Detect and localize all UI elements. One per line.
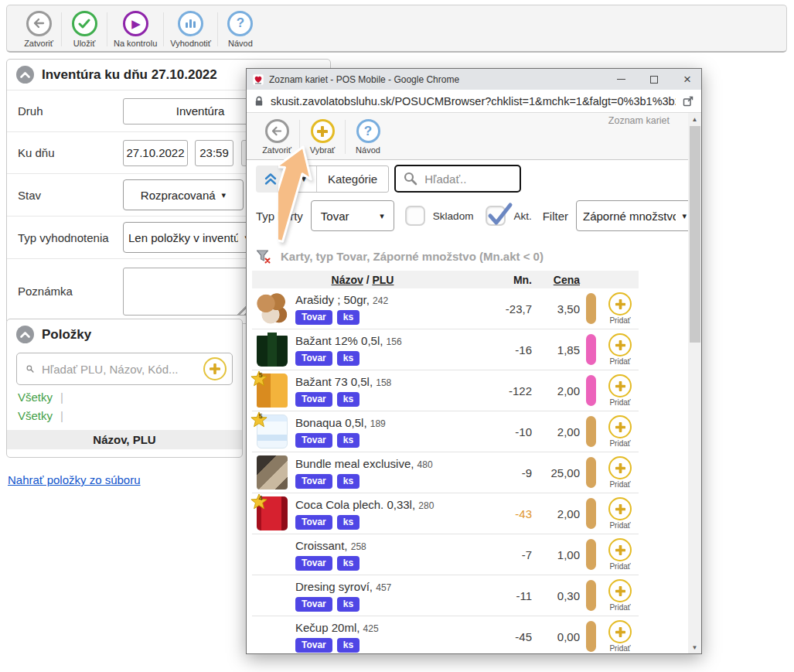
card-row[interactable]: 4 Coca Cola plech. 0,33l, 280 Tovarks -4… — [252, 493, 639, 534]
scrollbar-thumb[interactable] — [690, 126, 700, 343]
card-row[interactable]: Kečup 20ml, 425 Tovarks -45 0,00 Pridať — [252, 616, 639, 653]
product-name: Bonaqua 0,5l — [295, 416, 363, 429]
typ-vyhodnotenia-label: Typ vyhodnotenia — [18, 231, 123, 244]
active-checkbox[interactable] — [486, 206, 506, 226]
card-type-select[interactable]: Tovar ▾ — [311, 200, 394, 231]
filter-select[interactable]: Záporné množstvo ▾ — [576, 200, 693, 231]
minimize-button[interactable] — [607, 69, 635, 90]
product-plu: 480 — [417, 459, 433, 470]
scroll-up-icon[interactable]: ▲ — [688, 113, 701, 125]
popup-search-input[interactable] — [424, 172, 502, 186]
add-card-button[interactable] — [608, 333, 632, 356]
add-card-button[interactable] — [608, 292, 632, 316]
add-cell: Pridať — [601, 415, 639, 448]
add-card-button[interactable] — [608, 538, 632, 561]
badge-ks: ks — [337, 515, 360, 530]
close-button[interactable]: Zatvoriť — [16, 9, 61, 50]
filter-all-link-1[interactable]: Všetky — [18, 391, 53, 404]
card-row[interactable]: Bundle meal exclusive, 480 Tovarks -9 25… — [252, 452, 639, 493]
chevron-down-icon: ▼ — [300, 174, 308, 183]
favicon-icon — [253, 74, 264, 85]
save-button-label: Uložiť — [73, 39, 96, 48]
collapse-filters-button[interactable] — [256, 165, 285, 193]
plus-icon — [210, 363, 220, 374]
check-icon — [486, 202, 513, 227]
star-badge-number: 4 — [252, 494, 269, 502]
upload-items-link[interactable]: Nahrať položky zo súboru — [8, 473, 141, 486]
maximize-button[interactable] — [640, 69, 668, 90]
plus-icon — [615, 586, 625, 596]
back-arrow-icon — [26, 11, 52, 36]
table-header-row: Názov / PLU Mn. Cena — [252, 271, 639, 288]
add-card-button[interactable] — [608, 497, 632, 520]
product-badges: Tovarks — [295, 515, 473, 530]
close-window-button[interactable]: × — [673, 69, 701, 90]
card-row[interactable]: Arašidy ; 50gr, 242 Tovarks -23,7 3,50 P… — [252, 288, 639, 329]
to-review-button[interactable]: ▶ Na kontrolu — [107, 9, 163, 50]
price-value: 2,00 — [532, 384, 580, 397]
category-dropdown-button[interactable]: ▼ — [291, 166, 317, 192]
card-row[interactable]: Croissant, 258 Tovarks -7 1,00 Pridať — [252, 534, 639, 575]
product-name: Bažant 73 0,5l — [295, 375, 370, 388]
sort-by-price-link[interactable]: Cena — [554, 274, 580, 286]
maximize-icon — [650, 76, 658, 84]
card-row[interactable]: Dresing syroví, 457 Tovarks -11 0,30 Pri… — [252, 575, 639, 616]
stock-checkbox[interactable] — [405, 206, 425, 226]
scroll-down-icon[interactable]: ▼ — [688, 641, 701, 653]
add-card-button[interactable] — [608, 374, 632, 397]
product-name: Bundle meal exclusive — [295, 457, 411, 470]
cards-table: Názov / PLU Mn. Cena Arašidy ; 50gr, 242… — [252, 271, 639, 653]
evaluate-button[interactable]: Vyhodnotiť — [164, 9, 217, 50]
badge-ks: ks — [337, 474, 360, 489]
product-image — [257, 578, 288, 612]
help-button[interactable]: ? Návod — [218, 9, 263, 50]
sort-by-name-link[interactable]: Názov — [332, 274, 363, 286]
help-button-label: Návod — [228, 39, 253, 48]
popup-address-bar[interactable]: skusit.zavolatobsluhu.sk/POSUCMBrowser?c… — [247, 90, 701, 113]
typ-vyhodnotenia-select[interactable]: Len položky v inventúre ▾ — [123, 222, 254, 253]
date-field[interactable] — [123, 140, 188, 166]
product-image-cell: 5 — [252, 411, 295, 452]
add-card-label: Pridať — [609, 316, 630, 325]
add-cell: Pridať — [601, 620, 639, 653]
quantity-indicator-cell — [580, 580, 601, 611]
open-in-new-icon[interactable] — [683, 96, 693, 107]
select-button[interactable]: Vybrať — [300, 117, 345, 157]
product-plu: 242 — [373, 295, 388, 306]
badge-ks: ks — [337, 638, 360, 653]
collapse-section-icon[interactable] — [16, 326, 34, 343]
time-field[interactable] — [195, 140, 233, 166]
save-button[interactable]: Uložiť — [62, 9, 107, 50]
price-value: 1,00 — [532, 548, 580, 561]
popup-title-bar[interactable]: Zoznam kariet - POS Mobile - Google Chro… — [247, 69, 701, 90]
product-info: Bažant 12% 0,5l, 156 Tovarks — [295, 334, 473, 366]
chevron-down-icon: ▾ — [682, 211, 687, 221]
popup-help-button[interactable]: ? Návod — [346, 117, 390, 157]
add-item-button[interactable] — [203, 357, 227, 380]
price-value: 2,00 — [532, 507, 580, 520]
popup-scrollbar[interactable]: ▲ ▼ — [688, 113, 701, 653]
product-info: Croissant, 258 Tovarks — [295, 539, 473, 571]
add-card-button[interactable] — [608, 620, 632, 643]
add-card-button[interactable] — [608, 415, 632, 438]
category-button[interactable]: Kategórie — [317, 166, 388, 192]
badge-ks: ks — [337, 310, 360, 325]
filter-all-link-2[interactable]: Všetky — [18, 409, 53, 422]
add-card-button[interactable] — [608, 579, 632, 602]
product-image — [257, 455, 288, 490]
items-card: Položky Všetky | Všetky | Názov, PLU — [6, 319, 243, 458]
poznamka-field[interactable] — [123, 268, 251, 316]
popup-close-button[interactable]: Zatvoriť — [254, 117, 299, 157]
card-row[interactable]: 5 Bažant 73 0,5l, 158 Tovarks -122 2,00 … — [252, 370, 639, 411]
items-search-input[interactable] — [42, 363, 196, 376]
card-row[interactable]: Bažant 12% 0,5l, 156 Tovarks -16 1,85 Pr… — [252, 329, 639, 370]
chevron-down-icon: ▾ — [222, 190, 227, 200]
items-column-header: Názov, PLU — [7, 430, 242, 449]
popup-close-label: Zatvoriť — [262, 145, 291, 155]
sort-by-plu-link[interactable]: PLU — [372, 274, 394, 286]
product-plu: 158 — [376, 377, 391, 388]
add-card-button[interactable] — [608, 456, 632, 479]
stav-select[interactable]: Rozpracovaná ▾ — [123, 179, 244, 210]
collapse-section-icon[interactable] — [16, 66, 34, 84]
card-row[interactable]: 5 Bonaqua 0,5l, 189 Tovarks -10 2,00 Pri… — [252, 411, 639, 452]
